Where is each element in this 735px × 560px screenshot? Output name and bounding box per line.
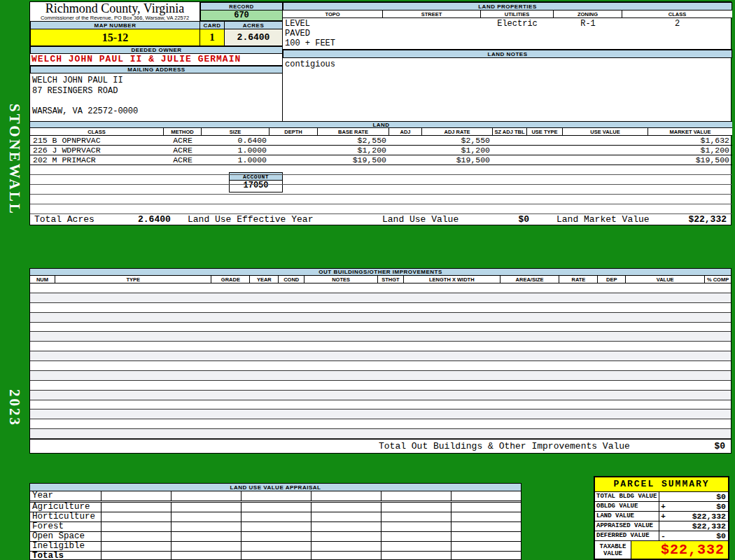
empty-row: [30, 342, 731, 351]
record-box: RECORD 670: [200, 2, 283, 22]
row-operator: [659, 522, 668, 531]
hdr-area-size: AREA/SIZE: [500, 276, 560, 283]
empty-row: [30, 195, 732, 204]
parcel-summary-title: PARCEL SUMMARY: [595, 477, 728, 492]
land-totals-row: Total Acres 2.6400 Land Use Effective Ye…: [30, 214, 732, 226]
out-buildings-total-row: Total Out Buildings & Other Improvements…: [30, 439, 731, 453]
row-label: Horticulture: [30, 512, 102, 522]
appraisal-title: LAND USE VALUE APPRAISAL: [30, 484, 521, 491]
cell-market-value: $19,500: [648, 155, 732, 164]
land-row: 202 M PRIMACR ACRE 1.0000 $19,500 $19,50…: [30, 155, 732, 165]
zoning-value: R-1: [554, 19, 622, 29]
row-label: Forest: [30, 522, 102, 531]
hdr-value: VALUE: [626, 276, 705, 283]
cell-depth: [270, 146, 318, 155]
empty-row: [30, 175, 732, 185]
address-line: 87 RESINGERS ROAD: [32, 86, 282, 97]
address-line: [32, 96, 282, 106]
card-label: CARD: [200, 22, 225, 29]
county-title-box: Richmond County, Virginia Commissioner o…: [30, 2, 200, 22]
land-use-value: $0: [485, 214, 529, 225]
record-value: 670: [200, 10, 283, 21]
row-label: OBLDG VALUE: [595, 502, 659, 511]
out-buildings-empty-rows: [30, 284, 731, 439]
topo-value: LEVELPAVED100 + FEET: [285, 19, 335, 48]
ob-total-label: Total Out Buildings & Other Improvements…: [379, 440, 630, 453]
total-acres-label: Total Acres: [34, 214, 94, 225]
hdr-use-value: USE VALUE: [563, 128, 648, 135]
land-properties-values: LEVELPAVED100 + FEET Electric R-1 2: [283, 18, 732, 50]
cell-sz-adj-tbl: [493, 136, 527, 145]
row-label: Year: [30, 491, 102, 500]
summary-row: DEFERRED VALUE -$0: [595, 531, 728, 541]
taxable-value: $22,332: [631, 541, 728, 559]
empty-row: [30, 165, 732, 175]
land-notes-text: contigious: [283, 58, 732, 121]
row-label: LAND VALUE: [595, 512, 659, 521]
appraisal-row: Forest: [30, 522, 521, 532]
commissioner-address: Commissioner of the Revenue, PO Box 366,…: [30, 15, 200, 21]
row-value: $0: [668, 492, 728, 501]
parcel-header-section: Richmond County, Virginia Commissioner o…: [29, 1, 732, 225]
total-acres-value: 2.6400: [138, 214, 171, 225]
hdr-base-rate: BASE RATE: [318, 128, 389, 135]
acres-label: ACRES: [225, 22, 283, 29]
empty-row: [30, 429, 731, 439]
id-headers: MAP NUMBER CARD ACRES: [30, 22, 283, 29]
land-notes-title: LAND NOTES: [283, 50, 732, 58]
empty-row: [30, 400, 731, 410]
cell-class: 215 B OPNPRVAC: [30, 136, 164, 145]
cell-size: 1.0000: [202, 146, 270, 155]
hdr-num: NUM: [30, 276, 55, 283]
out-buildings-section: OUT BUILDINGS/OTHER IMPROVEMENTS NUM TYP…: [29, 268, 732, 454]
cell-depth: [270, 136, 318, 145]
hdr-market-value: MARKET VALUE: [648, 128, 732, 135]
cell-size: 0.6400: [202, 136, 270, 145]
hdr-dep: DEP: [598, 276, 626, 283]
acres-value: 2.6400: [225, 29, 283, 46]
ob-total-value: $0: [714, 440, 725, 453]
record-label: RECORD: [200, 2, 283, 10]
row-label: TOTAL BLDG VALUE: [595, 492, 659, 501]
land-use-appraisal-section: LAND USE VALUE APPRAISAL Year Agricultur…: [29, 483, 522, 560]
address-line: WARSAW, VA 22572-0000: [32, 106, 282, 117]
row-value: $22,332: [668, 512, 728, 521]
cell-base-rate: $19,500: [318, 155, 389, 164]
hdr-adj-rate: ADJ RATE: [422, 128, 493, 135]
col-utilities: UTILITIES: [481, 10, 554, 18]
land-table-body: 215 B OPNPRVAC ACRE 0.6400 $2,550 $2,550…: [30, 136, 732, 214]
cell-class: 202 M PRIMACR: [30, 155, 164, 164]
cell-use-value: [563, 136, 648, 145]
summary-row: LAND VALUE +$22,332: [595, 512, 728, 522]
hdr-notes: NOTES: [304, 276, 378, 283]
tax-year-label: 2023: [6, 389, 23, 427]
hdr-class: CLASS: [30, 128, 164, 135]
deeded-owner-label: DEEDED OWNER: [30, 46, 283, 54]
hdr-sz-adj-tbl: SZ ADJ TBL: [493, 128, 527, 135]
taxable-value-label: TAXABLE VALUE: [595, 541, 631, 559]
cell-method: ACRE: [164, 155, 202, 164]
cell-sz-adj-tbl: [493, 146, 527, 155]
hdr-rate: RATE: [559, 276, 598, 283]
map-number-value: 15-12: [30, 29, 200, 46]
mailing-address-label: MAILING ADDRESS: [30, 66, 283, 74]
summary-row: OBLDG VALUE +$0: [595, 502, 728, 512]
map-number-label: MAP NUMBER: [30, 22, 200, 29]
land-table-title: LAND: [30, 121, 732, 128]
effective-year-label: Land Use Effective Year: [188, 214, 313, 225]
hdr-cond: COND: [279, 276, 304, 283]
hdr-sthgt: STHGT: [378, 276, 404, 283]
empty-row: [30, 332, 731, 342]
cell-adj-rate: $19,500: [422, 155, 493, 164]
out-buildings-title: OUT BUILDINGS/OTHER IMPROVEMENTS: [30, 269, 731, 276]
land-row: 215 B OPNPRVAC ACRE 0.6400 $2,550 $2,550…: [30, 136, 732, 146]
cell-market-value: $1,632: [648, 136, 732, 145]
class-value: 2: [622, 19, 732, 29]
id-values: 15-12 1 2.6400: [30, 29, 283, 46]
cell-adj: [389, 155, 422, 164]
appraisal-row: Ineligible: [30, 542, 521, 552]
row-label: Ineligible: [30, 542, 102, 551]
hdr-grade: GRADE: [211, 276, 250, 283]
row-label: APPRAISED VALUE: [595, 522, 659, 531]
cell-use-value: [563, 155, 648, 164]
